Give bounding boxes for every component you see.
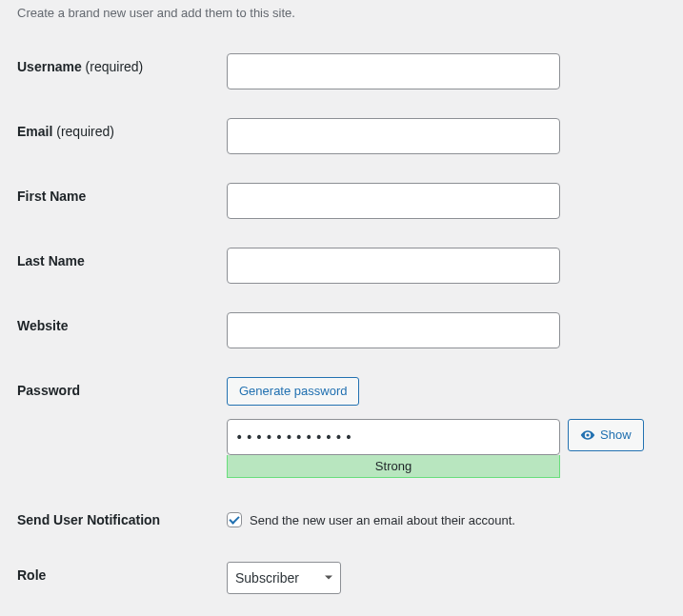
last-name-input[interactable] (227, 248, 560, 284)
notification-text: Send the new user an email about their a… (250, 513, 515, 527)
username-label: Username (required) (17, 39, 227, 104)
generate-password-button[interactable]: Generate password (227, 377, 359, 406)
role-label: Role (17, 547, 227, 608)
notification-label: Send User Notification (17, 492, 227, 547)
last-name-label: Last Name (17, 233, 227, 298)
first-name-input[interactable] (227, 183, 560, 219)
show-password-label: Show (600, 427, 632, 442)
eye-icon (580, 427, 595, 443)
username-input[interactable] (227, 53, 560, 89)
first-name-label: First Name (17, 169, 227, 233)
website-label: Website (17, 298, 227, 363)
notification-checkbox[interactable] (227, 512, 242, 527)
password-input[interactable] (227, 419, 560, 455)
show-password-button[interactable]: Show (568, 419, 644, 451)
intro-text: Create a brand new user and add them to … (17, 6, 664, 20)
website-input[interactable] (227, 312, 560, 348)
role-select[interactable]: Subscriber (227, 562, 341, 594)
email-input[interactable] (227, 118, 560, 154)
password-label: Password (17, 363, 227, 492)
user-form-table: Username (required) Email (required) Fir… (17, 39, 664, 608)
password-strength-meter: Strong (227, 455, 560, 478)
email-label: Email (required) (17, 104, 227, 169)
